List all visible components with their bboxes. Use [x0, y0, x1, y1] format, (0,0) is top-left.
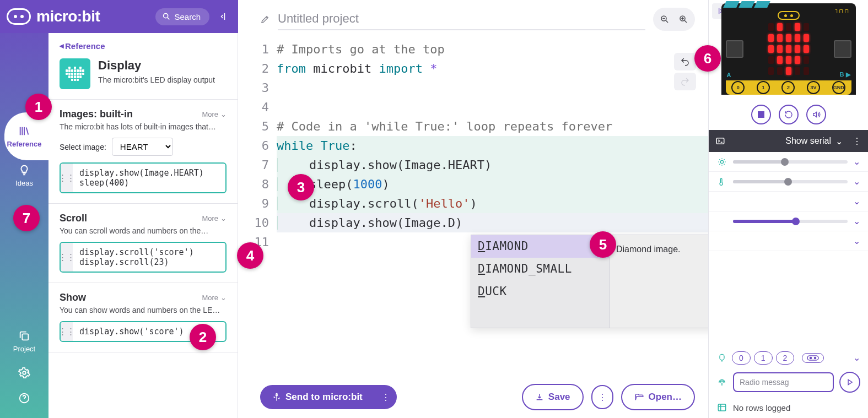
- autocomplete-doc: Diamond image.: [609, 235, 708, 328]
- chevron-down-icon[interactable]: ⌄: [853, 196, 860, 207]
- autocomplete-item[interactable]: DIAMOND_SMALL: [471, 258, 609, 280]
- send-more-button[interactable]: ⋮: [375, 385, 397, 409]
- chevron-down-icon: ⌄: [220, 110, 227, 118]
- rail-item-ideas[interactable]: Ideas: [0, 157, 48, 194]
- button-b[interactable]: [834, 40, 851, 58]
- lightbulb-icon: [18, 164, 31, 177]
- bottom-toolbar: Send to micro:bit ⋮ Save ⋮ Open…: [238, 376, 708, 418]
- data-log-row[interactable]: No rows logged: [709, 397, 868, 418]
- edge-pin[interactable]: 3V: [807, 81, 820, 94]
- pencil-icon[interactable]: [260, 14, 270, 24]
- section-title: Images: built-in: [60, 108, 133, 120]
- brand-logo[interactable]: micro:bit: [7, 8, 100, 25]
- button-a[interactable]: [726, 40, 743, 58]
- back-label: Reference: [65, 41, 105, 51]
- topic-description: The micro:bit's LED display output: [98, 75, 215, 86]
- sensor-slider[interactable]: [733, 180, 848, 183]
- autocomplete-item[interactable]: DIAMOND: [471, 235, 609, 258]
- save-label: Save: [548, 392, 570, 403]
- zoom-out-button[interactable]: [655, 10, 674, 29]
- search-label: Search: [174, 12, 201, 21]
- more-icon[interactable]: ⋮: [853, 136, 861, 146]
- collapse-sidebar-button[interactable]: [216, 9, 231, 24]
- edge-pin[interactable]: 0: [731, 81, 745, 94]
- sensor-slider[interactable]: [733, 160, 848, 164]
- edge-pin[interactable]: 1: [757, 81, 770, 94]
- sensor-row: ⌄: [709, 192, 868, 211]
- snippet-code: display.show('score'): [73, 322, 191, 341]
- mute-button[interactable]: [806, 105, 826, 124]
- rail-item-help[interactable]: [18, 387, 31, 409]
- radio-message-input[interactable]: Radio messag: [733, 372, 834, 392]
- stop-button[interactable]: [751, 105, 771, 124]
- serial-bar[interactable]: Show serial ⌄ ⋮: [709, 130, 868, 152]
- chevron-down-icon[interactable]: ⌄: [853, 216, 860, 226]
- zoom-in-button[interactable]: [674, 10, 693, 29]
- project-title-input[interactable]: [278, 8, 645, 30]
- save-more-button[interactable]: ⋮: [591, 385, 613, 409]
- rail-item-project[interactable]: Project: [0, 323, 48, 360]
- pin-chip[interactable]: 1: [754, 351, 773, 365]
- svg-rect-9: [720, 354, 724, 360]
- drag-handle-icon[interactable]: ⋮⋮: [61, 164, 73, 192]
- open-button[interactable]: Open…: [621, 384, 695, 410]
- antenna-icon: ┐┌┐┌┐: [835, 7, 849, 13]
- search-button[interactable]: Search: [155, 8, 209, 25]
- restart-button[interactable]: [779, 105, 799, 124]
- code-snippet[interactable]: ⋮⋮display.show(Image.HEART) sleep(400): [60, 162, 227, 193]
- more-link[interactable]: More ⌄: [202, 110, 227, 118]
- temperature-icon: [716, 177, 727, 186]
- edge-connector: 0123VGND: [726, 80, 851, 95]
- svg-point-8: [720, 160, 723, 163]
- autocomplete-popup[interactable]: DIAMONDDIAMOND_SMALLDUCKDiamond image.: [471, 235, 708, 328]
- books-icon: [18, 124, 31, 138]
- send-label: Send to micro:bit: [285, 392, 363, 403]
- rail-item-reference[interactable]: Reference: [0, 118, 48, 155]
- more-link[interactable]: More ⌄: [202, 214, 227, 222]
- pin-chip[interactable]: 2: [776, 351, 795, 365]
- radio-icon: [716, 377, 727, 387]
- image-select[interactable]: HEART: [112, 138, 173, 156]
- edge-pin[interactable]: GND: [832, 81, 845, 94]
- rail-item-settings[interactable]: [18, 362, 31, 384]
- chevron-down-icon[interactable]: ⌄: [853, 352, 860, 363]
- send-to-microbit-button[interactable]: Send to micro:bit: [260, 385, 377, 409]
- edge-pin[interactable]: 2: [781, 81, 795, 94]
- pin-chip[interactable]: 0: [732, 351, 751, 365]
- svg-point-0: [164, 14, 168, 18]
- radio-send-button[interactable]: [839, 372, 860, 393]
- simulator-panel: ┐┌┐┌┐ A B ▶ 0123VGND: [708, 0, 868, 418]
- chevron-down-icon[interactable]: ⌄: [853, 236, 860, 246]
- svg-rect-1: [22, 334, 28, 340]
- usb-icon: [272, 393, 281, 401]
- code-editor[interactable]: 1234567891011 # Imports go at the topfro…: [238, 31, 708, 376]
- svg-rect-6: [758, 111, 764, 118]
- more-link[interactable]: More ⌄: [202, 294, 227, 302]
- drag-handle-icon[interactable]: ⋮⋮: [61, 322, 73, 341]
- sensor-slider[interactable]: [733, 220, 848, 223]
- search-icon: [162, 12, 171, 21]
- annotation-badge: 7: [13, 205, 40, 231]
- gear-icon: [18, 366, 31, 379]
- pin-button-row: 012 ⌄: [709, 348, 868, 367]
- save-button[interactable]: Save: [522, 384, 584, 410]
- logo-touch-chip[interactable]: [802, 353, 824, 363]
- chevron-left-icon: ◂: [60, 41, 64, 51]
- back-to-reference[interactable]: ◂ Reference: [48, 33, 238, 55]
- top-bar: micro:bit Search: [0, 0, 238, 33]
- logo-oval-icon: [778, 11, 800, 20]
- chevron-down-icon[interactable]: ⌄: [853, 176, 860, 187]
- select-image-label: Select image:: [60, 143, 106, 151]
- serial-label: Show serial: [785, 136, 831, 146]
- drag-handle-icon[interactable]: ⋮⋮: [61, 243, 73, 272]
- autocomplete-item[interactable]: DUCK: [471, 280, 609, 303]
- section-description: You can show words and numbers on the LE…: [60, 306, 227, 314]
- section-title: Show: [60, 292, 86, 303]
- chevron-down-icon[interactable]: ⌄: [853, 156, 860, 167]
- code-snippet[interactable]: ⋮⋮display.scroll('score') display.scroll…: [60, 242, 227, 273]
- annotation-badge: 5: [590, 231, 616, 258]
- chevron-down-icon: ⌄: [220, 214, 227, 222]
- sensor-row: ⌄: [709, 152, 868, 172]
- sensor-list: ⌄⌄⌄⌄⌄: [709, 152, 868, 348]
- svg-rect-7: [716, 138, 724, 144]
